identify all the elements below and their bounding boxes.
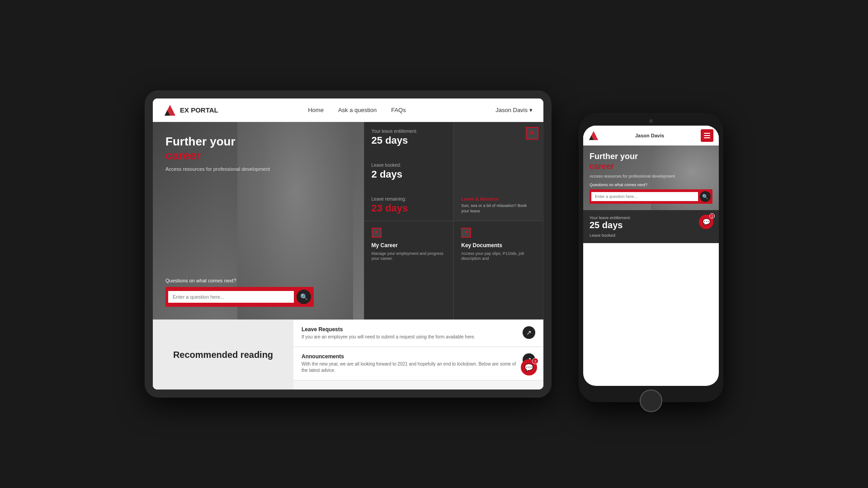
- phone-header: Jason Davis: [583, 126, 719, 145]
- my-career-desc: Manage your employment and progress your…: [372, 251, 446, 262]
- announcements-desc: With the new year, we are all looking fo…: [302, 361, 518, 374]
- recommended-reading: Recommended reading: [153, 320, 293, 389]
- search-button[interactable]: 🔍: [297, 290, 311, 304]
- key-docs-icon: ⚑: [461, 228, 471, 238]
- phone-logo-icon: [589, 131, 599, 141]
- lower-section: Recommended reading Leave Requests If yo…: [153, 319, 543, 389]
- search-input[interactable]: [168, 291, 294, 303]
- leave-booked-label: Leave booked:: [372, 163, 446, 168]
- phone-hero-text: Further your career Access resources for…: [590, 152, 712, 204]
- phone-search-bar: 🔍: [590, 189, 712, 204]
- phone-hero-subtitle: Access resources for professional develo…: [590, 174, 712, 179]
- nav-ask[interactable]: Ask a question: [338, 107, 377, 113]
- announcements-title: Announcements: [302, 353, 518, 360]
- hero-subtitle: Access resources for professional develo…: [165, 166, 351, 172]
- phone-badge-count: 3: [709, 213, 715, 219]
- key-docs-title: Key Documents: [461, 242, 536, 249]
- phone-search-input[interactable]: [591, 192, 698, 201]
- phone-hero-title2: career: [590, 162, 712, 171]
- announcements-list: Leave Requests If you are an employee yo…: [293, 320, 543, 389]
- leave-requests-text: Leave Requests If you are an employee yo…: [302, 326, 518, 340]
- flag-icon: ⚑: [526, 127, 538, 140]
- menu-line-1: [704, 133, 710, 134]
- phone-search-button[interactable]: 🔍: [700, 191, 711, 202]
- phone-leave-entitlement-label: Your leave entitlement:: [590, 216, 712, 220]
- my-career-icon: ⚑: [372, 228, 382, 238]
- announcements-count: 3: [532, 358, 538, 364]
- flag-icon-box: ⚑: [526, 127, 538, 140]
- leave-remaining-label: Leave remaining:: [372, 197, 446, 202]
- scene: EX PORTAL Home Ask a question FAQs Jason…: [108, 86, 760, 402]
- key-docs-desc: Access your pay slips, P110ds, job descr…: [461, 251, 536, 262]
- phone-hero: Further your career Access resources for…: [583, 145, 719, 210]
- phone-username: Jason Davis: [635, 133, 664, 138]
- nav-home[interactable]: Home: [308, 107, 324, 113]
- chevron-down-icon: ▾: [529, 107, 533, 113]
- nav-user[interactable]: Jason Davis ▾: [495, 107, 533, 113]
- announcements-item[interactable]: Announcements With the new year, we are …: [293, 347, 543, 380]
- menu-line-3: [704, 137, 710, 138]
- leave-absence-title: Leave & Absence: [461, 197, 536, 202]
- phone-dot: [649, 119, 653, 123]
- my-career-card[interactable]: ⚑ My Career Manage your employment and p…: [364, 221, 454, 320]
- hero-section: Further your career Access resources for…: [153, 122, 543, 319]
- leave-entitlement-label: Your leave entitlement:: [372, 129, 446, 134]
- nav-faqs[interactable]: FAQs: [391, 107, 406, 113]
- phone-leave-card: Your leave entitlement: 25 days Leave bo…: [583, 210, 719, 243]
- tablet-device: EX PORTAL Home Ask a question FAQs Jason…: [145, 90, 552, 398]
- leave-absence-card[interactable]: ⚑ Leave & Absence Sun, sea or a bit of r…: [453, 122, 543, 221]
- leave-requests-arrow[interactable]: ↗: [523, 326, 535, 339]
- search-bar: 🔍: [165, 287, 314, 307]
- logo: EX PORTAL: [164, 104, 218, 117]
- phone-leave-booked-label: Leave booked:: [590, 233, 712, 238]
- hero-text: Further your career Access resources for…: [165, 135, 351, 172]
- logo-text: EX PORTAL: [180, 106, 218, 114]
- hero-title-line2: career: [165, 149, 351, 163]
- hero-title-line1: Further your: [165, 135, 351, 149]
- key-docs-card[interactable]: ⚑ Key Documents Access your pay slips, P…: [453, 221, 543, 320]
- phone-notch: [633, 118, 669, 124]
- phone-question: Questions on what comes next?: [590, 183, 712, 187]
- leave-requests-item[interactable]: Leave Requests If you are an employee yo…: [293, 320, 543, 347]
- leave-absence-desc: Sun, sea or a bit of relaxation? Book yo…: [461, 203, 536, 214]
- hero-right-grid: Your leave entitlement: 25 days Leave bo…: [364, 122, 543, 319]
- leave-entitlement-value: 25 days: [372, 135, 446, 146]
- navbar: EX PORTAL Home Ask a question FAQs Jason…: [153, 99, 543, 122]
- phone-home-button[interactable]: [640, 389, 662, 412]
- leave-absence-content: Leave & Absence Sun, sea or a bit of rel…: [461, 166, 536, 214]
- leave-booked-value: 2 days: [372, 169, 446, 180]
- recommended-title: Recommended reading: [173, 350, 273, 360]
- nav-links: Home Ask a question FAQs: [308, 107, 406, 113]
- phone-hero-title1: Further your: [590, 152, 712, 162]
- leave-requests-desc: If you are an employee you will need to …: [302, 334, 518, 340]
- phone-device: Jason Davis Further your career Access r…: [579, 113, 723, 402]
- tablet-screen: EX PORTAL Home Ask a question FAQs Jason…: [153, 99, 543, 389]
- logo-icon: [164, 104, 176, 117]
- phone-leave-entitlement-value: 25 days: [590, 220, 712, 230]
- leave-stats-card: Your leave entitlement: 25 days Leave bo…: [364, 122, 454, 221]
- hero-question: Questions on what comes next?: [165, 278, 351, 283]
- my-career-title: My Career: [372, 242, 446, 249]
- hero-left: Further your career Access resources for…: [153, 122, 364, 319]
- phone-menu-button[interactable]: [701, 129, 713, 142]
- announcements-text: Announcements With the new year, we are …: [302, 353, 518, 374]
- menu-line-2: [704, 135, 710, 136]
- nav-username: Jason Davis: [495, 107, 528, 113]
- leave-requests-title: Leave Requests: [302, 326, 518, 333]
- leave-remaining-value: 23 days: [372, 202, 446, 214]
- hero-bottom: Questions on what comes next? 🔍: [165, 278, 351, 307]
- phone-screen: Jason Davis Further your career Access r…: [583, 126, 719, 386]
- announcements-badge: 💬 3: [521, 359, 537, 375]
